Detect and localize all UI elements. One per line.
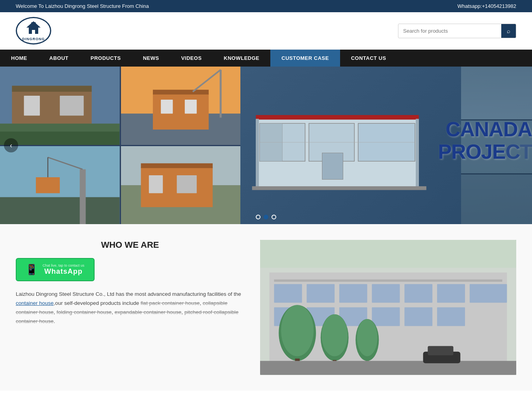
svg-rect-44: [256, 119, 259, 187]
svg-rect-31: [149, 175, 162, 193]
svg-rect-75: [260, 361, 516, 375]
desc-end: .: [54, 318, 55, 324]
search-area[interactable]: ⌕: [398, 24, 516, 38]
whatsapp-button[interactable]: 📱 Chat live, tap to contact us WhatsApp: [16, 258, 95, 281]
svg-rect-56: [372, 284, 400, 302]
nav-item-home[interactable]: HOME: [0, 50, 38, 67]
search-input[interactable]: [398, 25, 501, 37]
svg-rect-30: [141, 163, 212, 168]
glass-house-image: [248, 86, 445, 204]
svg-rect-4: [12, 86, 91, 92]
grid-cell-2: [121, 67, 241, 145]
svg-marker-0: [26, 21, 41, 34]
canada-project-text: CANADAPROJECT: [438, 118, 532, 163]
hero-inner: CANADAPROJECT: [0, 67, 532, 224]
whatsapp-icon: 📱: [25, 264, 38, 276]
prev-icon: ‹: [10, 141, 12, 150]
comma-4: ,: [181, 309, 184, 315]
svg-rect-16: [161, 100, 173, 113]
svg-rect-46: [252, 186, 426, 190]
svg-rect-8: [0, 124, 120, 132]
welcome-text: Welcome To Laizhou Dingrong Steel Struct…: [16, 3, 149, 9]
hero-dots: [256, 215, 276, 219]
dot-2[interactable]: [264, 215, 268, 219]
nav-item-knowledge[interactable]: KNOWLEDGE: [213, 50, 270, 67]
svg-rect-17: [184, 100, 196, 113]
who-title: WHO WE ARE: [16, 240, 244, 250]
nav-item-videos[interactable]: VIDEOS: [170, 50, 213, 67]
svg-rect-45: [416, 119, 419, 187]
comma-3: ,: [112, 309, 115, 315]
whatsapp-contact: Whatsapp:+14054213982: [458, 3, 516, 9]
container-house-link[interactable]: container house: [16, 300, 54, 306]
comma-2: ,: [54, 309, 57, 315]
whatsapp-text-block: Chat live, tap to contact us WhatsApp: [43, 264, 84, 276]
who-description: Laizhou Dingrong Steel Structure Co., Lt…: [16, 290, 244, 326]
nav-item-about[interactable]: ABOUT: [38, 50, 80, 67]
thumb-top: [461, 67, 532, 119]
who-left: WHO WE ARE 📱 Chat live, tap to contact u…: [16, 240, 244, 375]
whatsapp-label: WhatsApp: [43, 267, 84, 276]
svg-rect-47: [322, 153, 343, 179]
svg-rect-24: [36, 177, 60, 193]
svg-rect-33: [461, 67, 532, 119]
svg-rect-53: [274, 284, 302, 302]
hero-prev-button[interactable]: ‹: [4, 138, 18, 152]
search-icon: ⌕: [507, 28, 510, 34]
svg-point-70: [322, 314, 348, 356]
who-section: WHO WE ARE 📱 Chat live, tap to contact u…: [0, 224, 532, 391]
svg-rect-59: [470, 284, 507, 302]
nav-item-products[interactable]: PRODUCTS: [80, 50, 132, 67]
svg-point-67: [281, 305, 314, 356]
svg-rect-64: [404, 307, 432, 326]
nav-item-customer-case[interactable]: CUSTOMER CASE: [270, 50, 340, 67]
desc-start: Laizhou Dingrong Steel Structure Co., Lt…: [16, 291, 241, 297]
grid-cell-1: [0, 67, 120, 145]
logo-area: DINGRONG: [16, 17, 51, 45]
svg-rect-5: [24, 96, 40, 116]
svg-rect-6: [60, 96, 84, 116]
svg-rect-57: [404, 284, 432, 302]
svg-rect-58: [437, 284, 465, 302]
whatsapp-small-text: Chat live, tap to contact us: [43, 264, 84, 267]
who-right-image: [260, 240, 516, 375]
logo-brand-text: DINGRONG: [22, 37, 45, 41]
logo-house-icon: [26, 20, 41, 37]
grid-cell-3: [0, 146, 120, 225]
thumb-bot: [461, 174, 532, 224]
header: DINGRONG ⌕: [0, 12, 532, 50]
svg-rect-65: [437, 307, 465, 326]
svg-rect-7: [0, 130, 120, 145]
hero-right-section: CANADAPROJECT: [240, 67, 532, 224]
grid-cell-4: [121, 146, 241, 225]
dot-1[interactable]: [256, 215, 260, 219]
svg-rect-52: [274, 279, 502, 282]
product-link-4[interactable]: expandable container house: [115, 309, 182, 315]
logo-circle: DINGRONG: [16, 17, 51, 45]
svg-rect-32: [177, 175, 197, 193]
svg-rect-55: [339, 284, 367, 302]
search-button[interactable]: ⌕: [501, 24, 516, 38]
hero-photo-grid: [0, 67, 240, 224]
svg-rect-63: [372, 307, 400, 326]
navigation: HOME ABOUT PRODUCTS NEWS VIDEOS KNOWLEDG…: [0, 50, 532, 67]
factory-building-svg: [260, 240, 516, 375]
svg-rect-38: [256, 115, 419, 120]
svg-rect-21: [80, 169, 86, 224]
product-link-3[interactable]: folding container house: [57, 309, 112, 315]
svg-rect-13: [153, 90, 208, 95]
top-bar: Welcome To Laizhou Dingrong Steel Struct…: [0, 0, 532, 12]
nav-item-contact[interactable]: CONTACT US: [340, 50, 397, 67]
svg-rect-77: [428, 346, 453, 355]
svg-rect-35: [461, 174, 532, 224]
svg-rect-54: [307, 284, 335, 302]
product-link-1[interactable]: flat pack container house: [141, 300, 200, 306]
svg-point-73: [357, 319, 378, 356]
svg-rect-20: [0, 197, 120, 224]
hero-slider: CANADAPROJECT ‹: [0, 67, 532, 224]
nav-item-news[interactable]: NEWS: [132, 50, 170, 67]
desc-mid: ,our self-developed products include: [54, 300, 141, 306]
dot-3[interactable]: [272, 215, 276, 219]
